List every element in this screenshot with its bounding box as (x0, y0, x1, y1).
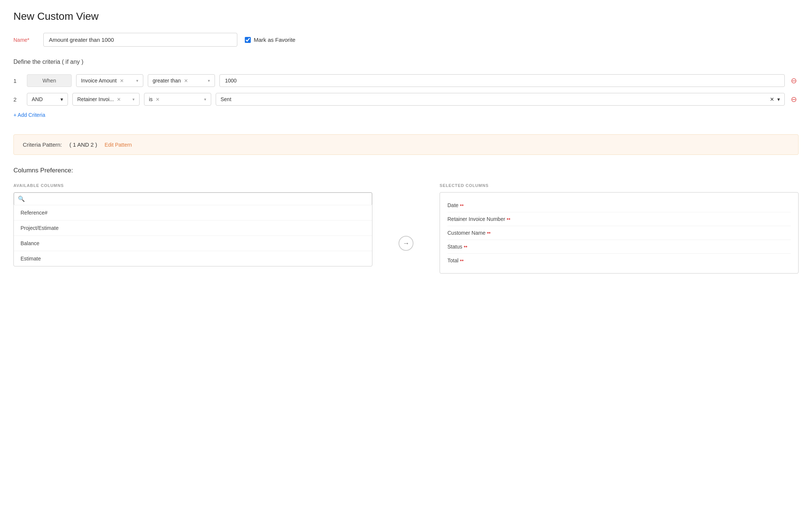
condition-chevron-2: ▾ (204, 97, 206, 102)
selected-item-customer-required: •• (487, 230, 491, 236)
edit-pattern-button[interactable]: Edit Pattern (104, 142, 132, 148)
available-search-box: 🔍 (14, 193, 372, 205)
selected-item-retainer-invoice-number: Retainer Invoice Number •• (447, 212, 791, 226)
criteria-pattern-bar: Criteria Pattern: ( 1 AND 2 ) Edit Patte… (13, 134, 799, 155)
selected-list: Date •• Retainer Invoice Number •• Custo… (440, 192, 799, 274)
columns-section: Columns Preference: AVAILABLE COLUMNS 🔍 … (13, 167, 799, 274)
name-row: Name* Mark as Favorite (13, 33, 799, 47)
name-input[interactable] (43, 33, 237, 47)
criteria-title: Define the criteria ( if any ) (13, 59, 799, 65)
field-select-1[interactable]: Invoice Amount ✕ ▾ (76, 74, 143, 87)
selected-item-status-label: Status (447, 244, 462, 250)
available-search-input[interactable] (28, 196, 368, 202)
condition-select-1[interactable]: greater than ✕ ▾ (148, 74, 215, 87)
selected-item-status: Status •• (447, 240, 791, 254)
criteria-pattern-value: ( 1 AND 2 ) (69, 141, 97, 148)
field-clear-1[interactable]: ✕ (120, 78, 124, 84)
available-columns-section: AVAILABLE COLUMNS 🔍 Reference# Project/E… (13, 183, 372, 266)
selected-item-total: Total •• (447, 254, 791, 267)
condition-select-2[interactable]: is ✕ ▾ (144, 93, 211, 106)
favorite-row: Mark as Favorite (245, 37, 296, 43)
value-chevron-2: ▾ (777, 96, 780, 102)
condition-clear-1[interactable]: ✕ (184, 78, 188, 84)
selected-item-customer-name: Customer Name •• (447, 226, 791, 240)
mark-favorite-checkbox[interactable] (245, 37, 251, 43)
criteria-row-2: 2 AND ▾ Retainer Invoi... ✕ ▾ is ✕ ▾ Sen… (13, 93, 799, 106)
columns-layout: AVAILABLE COLUMNS 🔍 Reference# Project/E… (13, 183, 799, 274)
field-select-2[interactable]: Retainer Invoi... ✕ ▾ (72, 93, 140, 106)
selected-item-customer-label: Customer Name (447, 230, 485, 236)
field-clear-2[interactable]: ✕ (117, 97, 121, 102)
selected-item-date-required: •• (460, 202, 464, 208)
and-chevron-2: ▾ (60, 96, 63, 102)
selected-columns-section: SELECTED COLUMNS Date •• Retainer Invoic… (440, 183, 799, 274)
selected-item-retainer-required: •• (507, 216, 510, 222)
value-text-2: Sent (221, 96, 231, 102)
criteria-when-1: When (27, 74, 72, 87)
remove-criteria-1[interactable]: ⊖ (789, 77, 799, 84)
field-chevron-1: ▾ (136, 78, 138, 83)
arrow-circle[interactable]: → (399, 236, 413, 251)
field-value-2: Retainer Invoi... (77, 96, 114, 102)
selected-item-status-required: •• (464, 244, 468, 250)
condition-value-2: is (149, 96, 153, 102)
available-list: 🔍 Reference# Project/Estimate Balance Es… (13, 192, 372, 266)
criteria-section: Define the criteria ( if any ) 1 When In… (13, 59, 799, 127)
condition-chevron-1: ▾ (208, 78, 210, 83)
move-to-selected-button[interactable]: → (399, 236, 413, 251)
available-item-estimate[interactable]: Estimate (14, 251, 372, 266)
selected-item-date: Date •• (447, 199, 791, 212)
field-value-1: Invoice Amount (81, 78, 117, 84)
condition-value-1: greater than (153, 78, 181, 84)
criteria-num-2: 2 (13, 96, 22, 103)
value-clear-2[interactable]: ✕ (770, 96, 774, 102)
and-select-2[interactable]: AND ▾ (27, 93, 68, 106)
and-value-2: AND (32, 96, 43, 102)
add-criteria-button[interactable]: + Add Criteria (13, 112, 45, 118)
value-select-2[interactable]: Sent ✕ ▾ (216, 93, 785, 106)
search-icon: 🔍 (18, 196, 25, 202)
columns-title: Columns Preference: (13, 167, 799, 174)
field-chevron-2: ▾ (132, 97, 135, 102)
criteria-row-1: 1 When Invoice Amount ✕ ▾ greater than ✕… (13, 74, 799, 87)
selected-item-total-label: Total (447, 257, 459, 263)
selected-item-retainer-label: Retainer Invoice Number (447, 216, 505, 222)
criteria-num-1: 1 (13, 78, 22, 84)
selected-item-total-required: •• (460, 257, 464, 263)
available-item-project[interactable]: Project/Estimate (14, 221, 372, 236)
available-item-balance[interactable]: Balance (14, 236, 372, 251)
selected-columns-title: SELECTED COLUMNS (440, 183, 799, 188)
available-columns-title: AVAILABLE COLUMNS (13, 183, 372, 188)
remove-criteria-2[interactable]: ⊖ (789, 96, 799, 103)
selected-item-date-label: Date (447, 202, 459, 208)
amount-input-1[interactable] (219, 74, 785, 87)
condition-clear-2[interactable]: ✕ (156, 97, 160, 102)
available-item-reference[interactable]: Reference# (14, 205, 372, 221)
favorite-label: Mark as Favorite (254, 37, 296, 43)
page-title: New Custom View (13, 10, 799, 22)
name-label: Name* (13, 37, 36, 43)
arrow-icon: → (403, 240, 409, 247)
criteria-pattern-label: Criteria Pattern: (23, 141, 62, 148)
